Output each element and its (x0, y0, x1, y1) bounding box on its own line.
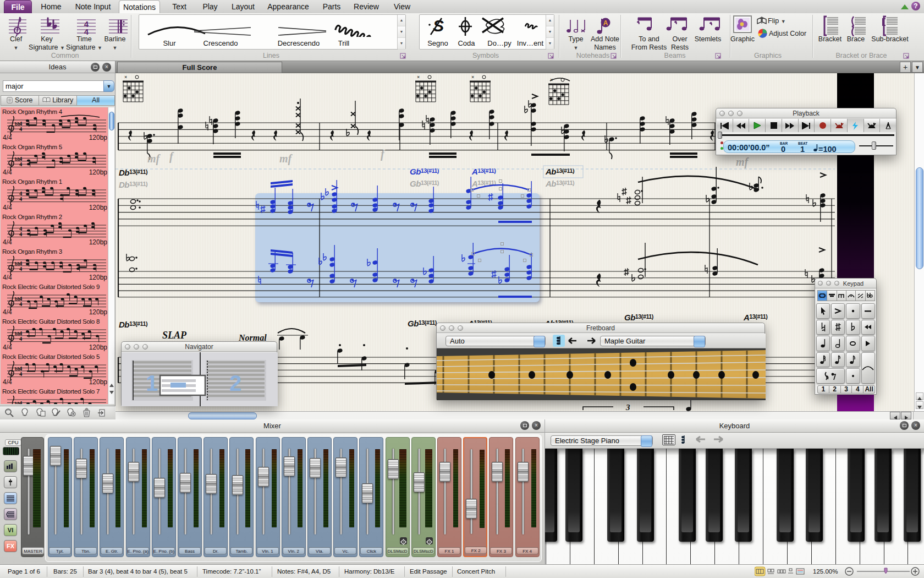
svg-text:mf: mf (736, 156, 750, 168)
svg-text:Db13(#11): Db13(#11) (119, 320, 148, 329)
svg-text:4: 4 (19, 371, 23, 377)
svg-text:Ab13(#11): Ab13(#11) (545, 179, 575, 188)
svg-text:S: S (433, 17, 444, 35)
svg-text:Gb13(#11): Gb13(#11) (408, 319, 437, 328)
svg-text:SLAP: SLAP (162, 330, 187, 341)
svg-text:Gb13(#11): Gb13(#11) (410, 167, 439, 176)
svg-text:4: 4 (19, 400, 23, 404)
svg-text:4: 4 (19, 231, 23, 237)
svg-text:Ab13(#11): Ab13(#11) (545, 167, 575, 176)
svg-text:mf: mf (279, 152, 293, 165)
svg-text:mf: mf (147, 152, 161, 165)
svg-text:f: f (169, 150, 174, 163)
svg-text:4: 4 (19, 161, 23, 167)
svg-text:A: A (603, 19, 608, 27)
svg-text:Db13(#11): Db13(#11) (119, 180, 148, 189)
svg-text:4: 4 (19, 336, 23, 342)
svg-text:4: 4 (19, 196, 23, 202)
svg-text:3: 3 (625, 403, 630, 411)
svg-text:Gb13(#11): Gb13(#11) (410, 179, 439, 188)
svg-text:A13(#11): A13(#11) (471, 167, 496, 176)
svg-text:1: 1 (146, 371, 158, 395)
svg-text:4: 4 (19, 126, 23, 132)
svg-text:2: 2 (229, 371, 241, 395)
svg-text:4: 4 (19, 301, 23, 307)
svg-text:A13(#11): A13(#11) (743, 313, 768, 322)
svg-text:×: × (124, 74, 127, 80)
svg-text:4: 4 (19, 266, 23, 272)
svg-text:×: × (471, 74, 474, 80)
svg-text:Gb13(#11): Gb13(#11) (624, 313, 654, 322)
svg-text:Db13(#11): Db13(#11) (119, 168, 148, 177)
svg-text:4: 4 (84, 27, 89, 36)
svg-text:×: × (417, 74, 420, 80)
